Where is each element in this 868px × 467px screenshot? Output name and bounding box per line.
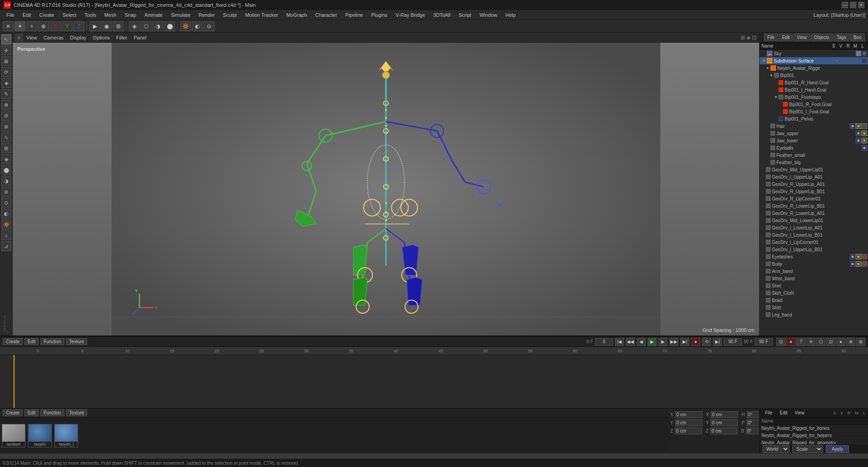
minimize-btn[interactable]: — — [842, 2, 848, 8]
panel-tab-objects[interactable]: Objects — [811, 34, 833, 41]
menu-window[interactable]: Window — [476, 11, 501, 19]
curve-btn[interactable]: ⊡ — [826, 338, 835, 346]
panel-tab-boo[interactable]: Boo — [850, 34, 865, 41]
loop-cut-btn[interactable]: ⊛ — [1, 122, 11, 131]
scale-tool-btn[interactable]: ⊞ — [1, 56, 11, 66]
effector-btn[interactable]: ◑ — [1, 176, 11, 186]
select-tool-btn[interactable]: ↖ — [1, 34, 11, 44]
next-frame-btn[interactable]: ▶ — [658, 338, 668, 346]
camera-btn[interactable]: ◐ — [192, 21, 203, 31]
rot-z-input[interactable] — [710, 428, 737, 434]
menu-simulate[interactable]: Simulate — [167, 11, 194, 19]
mat-edit-btn[interactable]: Edit — [24, 409, 39, 416]
menu-render[interactable]: Render — [195, 11, 219, 19]
viewport-canvas[interactable]: Perspective — [13, 43, 759, 336]
list-item-skirt[interactable]: Skirt — [760, 304, 868, 311]
menu-help[interactable]: Help — [502, 11, 520, 19]
max-frame-input[interactable] — [755, 338, 773, 345]
render-settings-btn[interactable]: ⊞ — [113, 21, 124, 31]
timeline-create-btn[interactable]: Create — [3, 338, 23, 345]
list-item-bip001[interactable]: ▼ Bip001 — [760, 72, 868, 79]
move-tool-btn[interactable]: ✛ — [1, 45, 11, 55]
menu-animate[interactable]: Animate — [141, 11, 166, 19]
menu-pipeline[interactable]: Pipeline — [341, 11, 366, 19]
list-item-arm-band[interactable]: Arm_band — [760, 268, 868, 275]
pos-x-input[interactable] — [675, 411, 702, 418]
mat-texture-btn[interactable]: Texture — [66, 409, 88, 416]
key-btn[interactable]: ⬡ — [816, 338, 825, 346]
list-item-geodrv-r-upperlip-a01[interactable]: GeoDrv_R_UpperLip_A01 — [760, 180, 868, 188]
extrude-btn[interactable]: ⊕ — [1, 100, 11, 110]
x-axis-btn[interactable]: X — [50, 21, 61, 31]
panel-tab-file[interactable]: File — [764, 34, 778, 41]
rbot-tab-file[interactable]: File — [762, 410, 775, 416]
apply-button[interactable]: Apply — [826, 445, 849, 453]
list-item-sky[interactable]: ☁ Sky ⬡ ⊞ — [760, 50, 868, 57]
list-item-bip-rhand[interactable]: Bip001_R_Hand.Goal — [760, 79, 868, 86]
list-item-geodrv-l-upperlip-a01[interactable]: GeoDrv_l_UpperLip_A01 — [760, 173, 868, 180]
timeline-function-btn[interactable]: Function — [40, 338, 64, 345]
vp-menu-filter[interactable]: Filter — [113, 34, 130, 41]
menu-mesh[interactable]: Mesh — [101, 11, 120, 19]
play-to-start-btn[interactable]: |◀ — [615, 338, 624, 346]
record2-btn[interactable]: ● — [836, 338, 845, 346]
joint-btn[interactable]: ◐ — [1, 209, 11, 219]
menu-create[interactable]: Create — [36, 11, 58, 19]
list-item-geodrv-r-lowerlip-b01[interactable]: GeoDrv_R_LowerLip_B01 — [760, 202, 868, 209]
rot-y-input[interactable] — [711, 419, 738, 426]
rbot-row-helpers[interactable]: Neytiri_Avatar_Rigged_for_helpers — [760, 432, 868, 439]
frame-start-input[interactable] — [595, 338, 613, 345]
list-item-bip-pelvis[interactable]: Bip001_Pelvis — [760, 115, 868, 122]
menu-snap[interactable]: Snap — [121, 11, 140, 19]
close-btn[interactable]: ✕ — [858, 2, 864, 8]
rot-x-input[interactable] — [711, 411, 738, 418]
list-item-eyelashes[interactable]: Eyelashes ◼ ◼ ⬡ — [760, 253, 868, 260]
undo-btn[interactable]: ✕ — [3, 21, 14, 31]
list-item-wrist-band[interactable]: Wrist_band — [760, 275, 868, 282]
knife-btn[interactable]: ⊘ — [1, 111, 11, 121]
material-btn[interactable]: 🔆 — [1, 219, 11, 229]
scene-btn[interactable]: ⊿ — [1, 241, 11, 251]
null-btn[interactable]: ⊙ — [204, 21, 215, 31]
object-list[interactable]: ☁ Sky ⬡ ⊞ ▼ Subdivision Surface ✓ ⬡ — [760, 50, 868, 336]
menu-character[interactable]: Character — [312, 11, 341, 19]
prev-frame-btn[interactable]: ◀ — [637, 338, 646, 346]
menu-sculpt[interactable]: Sculpt — [219, 11, 241, 19]
vp-menu-cameras[interactable]: Cameras — [41, 34, 67, 41]
material-neytiri[interactable]: Neytiri — [28, 424, 52, 448]
array-btn[interactable]: ◈ — [1, 154, 11, 164]
vp-menu-view[interactable]: View — [24, 34, 40, 41]
list-item-bip-footsteps[interactable]: ▼ Bip001_Footsteps — [760, 93, 868, 101]
list-item-geodrv-l-lowerlip-b01[interactable]: GeoDrv_l_LowerLip_B01 — [760, 231, 868, 238]
material-lambert[interactable]: lambert — [2, 424, 25, 448]
point-mode-btn[interactable]: ⬡ — [141, 21, 151, 31]
menu-select[interactable]: Select — [59, 11, 80, 19]
pos-y-input[interactable] — [675, 419, 702, 426]
rotate-tool-btn[interactable]: ⟳ — [1, 67, 11, 77]
list-item-bip-lfoot[interactable]: Bip001_l_Foot.Goal — [760, 108, 868, 115]
character-btn[interactable]: ⊙ — [1, 198, 11, 208]
menu-vraybridge[interactable]: V-Ray Bridge — [392, 11, 429, 19]
vp-menu-panel[interactable]: Panel — [131, 34, 149, 41]
panel-tab-edit[interactable]: Edit — [779, 34, 793, 41]
list-item-skirt-cloth[interactable]: Skirt_Cloth — [760, 289, 868, 297]
list-item-bip-rfoot[interactable]: Bip001_R_Foot.Goal — [760, 101, 868, 108]
window-controls[interactable]: — □ ✕ — [842, 2, 864, 8]
grid-tl-btn[interactable]: ⊞ — [856, 338, 865, 346]
play-btn[interactable]: ▶ — [648, 338, 657, 346]
prev-key-btn[interactable]: ◀◀ — [626, 338, 635, 346]
loop-btn[interactable]: ⟲ — [702, 338, 711, 346]
list-item-geodrv-l-upperlip-b01[interactable]: GeoDrv_l_UpperLip_B01 — [760, 246, 868, 253]
list-item-feather-small[interactable]: Feather_small — [760, 151, 868, 159]
menu-3dtoall[interactable]: 3DToAll — [429, 11, 454, 19]
y-axis-btn[interactable]: Y — [62, 21, 73, 31]
menu-script[interactable]: Script — [455, 11, 475, 19]
list-item-geodrv-l-lowerlip-a01[interactable]: GeoDrv_l_LowerLip_A01 — [760, 224, 868, 231]
object-mode-btn[interactable]: ◈ — [129, 21, 140, 31]
menu-edit[interactable]: Edit — [19, 11, 35, 19]
deformer-btn[interactable]: ⊘ — [1, 187, 11, 197]
frame-end-input[interactable] — [724, 338, 742, 345]
move-tool-tl-btn[interactable]: ✛ — [806, 338, 815, 346]
list-item-geodrv-mid-lowerlip01[interactable]: GeoDrv_Mid_LowerLip01 — [760, 217, 868, 224]
list-item-neytiri-rig[interactable]: ▼ Neytiri_Avatar_Rigge — [760, 64, 868, 72]
